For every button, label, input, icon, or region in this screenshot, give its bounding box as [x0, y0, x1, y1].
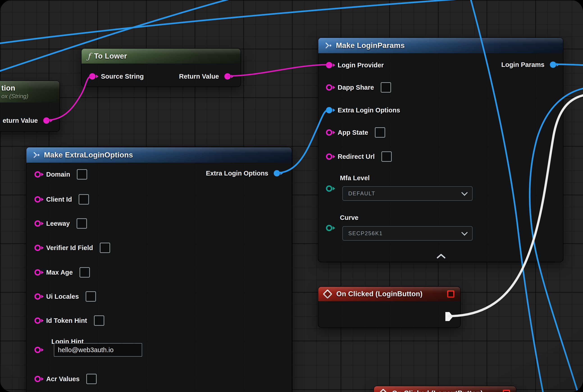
node-header: Make ExtraLoginOptions [26, 147, 292, 163]
mfa-level-dropdown[interactable]: DEFAULT [342, 186, 472, 201]
node-make-login-params[interactable]: Make LoginParams Login Params Login Prov… [318, 38, 564, 262]
login-hint-pin[interactable] [34, 347, 41, 353]
login-params-output-label: Login Params [501, 61, 544, 68]
node-title: tion [1, 84, 15, 92]
delegate-pin-icon[interactable] [503, 390, 510, 392]
leeway-checkbox[interactable] [76, 218, 87, 229]
node-header: On Clicked (LogoutButton) [374, 386, 516, 392]
function-icon: ƒ [88, 52, 90, 61]
redirect-url-checkbox[interactable] [382, 152, 392, 162]
app-state-pin[interactable] [326, 129, 332, 136]
node-title: On Clicked (LogoutButton) [392, 389, 483, 392]
node-header: tion ox (String) [0, 81, 60, 102]
chevron-down-icon [461, 190, 468, 196]
node-textbox-partial[interactable]: tion ox (String) eturn Value [0, 80, 60, 132]
make-struct-icon [324, 42, 332, 49]
return-value-label: Return Value [179, 73, 219, 80]
extra-login-options-output-pin[interactable] [274, 170, 280, 176]
verifier-id-field-checkbox[interactable] [100, 243, 110, 253]
redirect-url-label: Redirect Url [338, 153, 374, 160]
client-id-label: Client Id [46, 196, 72, 203]
id-token-hint-label: Id Token Hint [46, 317, 87, 324]
ui-locales-checkbox[interactable] [86, 291, 96, 302]
curve-value: SECP256K1 [348, 230, 383, 236]
return-value-pin[interactable] [224, 73, 231, 80]
chevron-down-icon [461, 229, 468, 236]
curve-label: Curve [340, 214, 358, 222]
max-age-label: Max Age [46, 269, 73, 276]
extra-login-options-input-pin[interactable] [326, 107, 332, 113]
mfa-level-pin[interactable] [326, 186, 332, 192]
node-make-extra-login-options[interactable]: Make ExtraLoginOptions Extra Login Optio… [26, 147, 292, 392]
acr-values-pin[interactable] [34, 376, 41, 382]
return-value-label: eturn Value [3, 117, 38, 124]
ui-locales-label: Ui Locales [46, 293, 79, 300]
verifier-id-field-label: Verifier Id Field [46, 244, 93, 252]
node-title: On Clicked (LoginButton) [336, 290, 422, 298]
acr-values-label: Acr Values [46, 375, 80, 383]
app-state-checkbox[interactable] [375, 127, 385, 138]
redirect-url-pin[interactable] [326, 154, 332, 160]
delegate-pin-icon[interactable] [447, 290, 454, 298]
login-hint-input[interactable] [54, 343, 142, 357]
extra-login-options-input-label: Extra Login Options [338, 106, 400, 114]
node-title: To Lower [94, 52, 127, 60]
leeway-label: Leeway [46, 220, 70, 227]
extra-login-options-output-label: Extra Login Options [206, 170, 268, 177]
domain-checkbox[interactable] [77, 169, 87, 180]
domain-label: Domain [46, 171, 70, 178]
dapp-share-label: Dapp Share [338, 84, 374, 91]
domain-pin[interactable] [34, 171, 41, 178]
node-header: ƒ To Lower [82, 49, 240, 64]
wire-string-to-login-provider [228, 65, 329, 76]
curve-pin[interactable] [326, 225, 332, 231]
acr-values-checkbox[interactable] [86, 374, 97, 384]
make-struct-icon [32, 151, 40, 159]
node-on-clicked-login-button[interactable]: On Clicked (LoginButton) [318, 286, 461, 328]
source-string-pin[interactable] [89, 73, 96, 80]
ui-locales-pin[interactable] [34, 293, 41, 300]
id-token-hint-pin[interactable] [34, 318, 41, 324]
node-header: Make LoginParams [318, 38, 563, 53]
login-provider-label: Login Provider [338, 62, 384, 69]
verifier-id-field-pin[interactable] [34, 245, 41, 251]
node-header: On Clicked (LoginButton) [318, 287, 460, 301]
curve-dropdown[interactable]: SECP256K1 [342, 226, 472, 240]
login-params-output-pin[interactable] [550, 62, 556, 68]
node-on-clicked-logout-button[interactable]: On Clicked (LogoutButton) [374, 386, 516, 392]
event-icon [378, 388, 388, 392]
client-id-pin[interactable] [34, 196, 41, 202]
node-to-lower[interactable]: ƒ To Lower Source String Return Value [81, 48, 241, 87]
node-title: Make ExtraLoginOptions [44, 151, 133, 159]
return-value-pin[interactable] [43, 117, 50, 124]
login-provider-pin[interactable] [326, 62, 332, 68]
node-subtitle: ox (String) [1, 93, 28, 100]
event-icon [323, 289, 332, 299]
leeway-pin[interactable] [34, 220, 41, 227]
blueprint-canvas[interactable]: tion ox (String) eturn Value ƒ To Lower … [0, 0, 583, 392]
id-token-hint-checkbox[interactable] [94, 316, 104, 326]
max-age-pin[interactable] [34, 269, 41, 276]
mfa-level-label: Mfa Level [340, 174, 370, 182]
client-id-checkbox[interactable] [78, 194, 89, 204]
dapp-share-checkbox[interactable] [381, 82, 391, 92]
dapp-share-pin[interactable] [326, 84, 332, 90]
app-state-label: App State [338, 129, 368, 136]
node-title: Make LoginParams [336, 41, 405, 50]
mfa-level-value: DEFAULT [348, 190, 375, 197]
blueprint-editor-screen: tion ox (String) eturn Value ƒ To Lower … [0, 0, 583, 392]
exec-output-pin[interactable] [445, 312, 453, 321]
source-string-label: Source String [101, 73, 144, 80]
max-age-checkbox[interactable] [80, 267, 90, 278]
collapse-chevron-icon[interactable] [436, 253, 446, 259]
